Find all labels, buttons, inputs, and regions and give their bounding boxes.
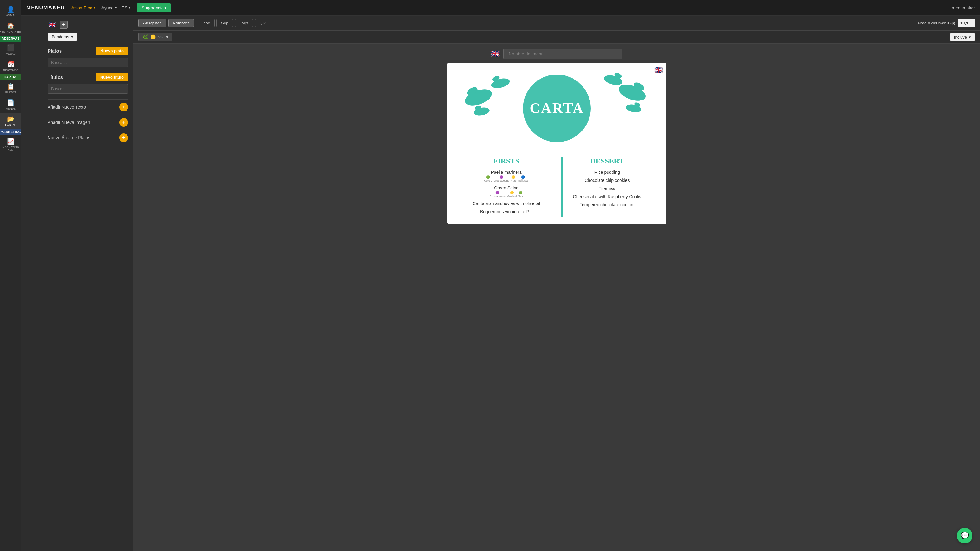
tab-sup[interactable]: Sup bbox=[216, 19, 233, 27]
app-logo: MENUMAKER bbox=[26, 5, 65, 11]
tab-qr[interactable]: QR bbox=[255, 19, 270, 27]
flag-row: 🇬🇧 + bbox=[48, 21, 128, 29]
sidebar-item-platos[interactable]: 📋 PLATOS bbox=[0, 80, 21, 97]
sidebar-item-mesas[interactable]: ⬛ MESAS bbox=[0, 41, 21, 58]
tab-alergenos[interactable]: Alérgenos bbox=[138, 19, 166, 27]
menu-item-tiramisu: Tiramisu bbox=[557, 186, 657, 191]
brand-name[interactable]: Asian Rico bbox=[72, 5, 92, 10]
salad-name: Green Salad bbox=[457, 185, 556, 191]
add-texto-button[interactable]: + bbox=[119, 103, 128, 111]
cartas-icon: 📂 bbox=[7, 115, 15, 123]
svg-point-9 bbox=[614, 72, 623, 79]
restaurantes-icon: 🏠 bbox=[7, 22, 15, 29]
menu-item-cookies: Chocolate chip cookies bbox=[557, 178, 657, 183]
incluye-button[interactable]: Incluye ▾ bbox=[950, 33, 975, 41]
svg-point-2 bbox=[490, 77, 511, 90]
salad-allergens: 🟣Crustaceans 🟡Mustard 🟢Soy bbox=[457, 191, 556, 198]
allergen-icon-1: 🌿 bbox=[143, 35, 148, 40]
carta-circle: CARTA bbox=[521, 72, 593, 144]
add-flag-button[interactable]: + bbox=[59, 21, 68, 29]
preview-flag-icon: 🇬🇧 bbox=[491, 50, 500, 58]
platos-search-input[interactable] bbox=[48, 57, 128, 67]
sidebar-item-admin[interactable]: 👤 ADMIN bbox=[0, 3, 21, 19]
menu-item-salad: Green Salad 🟣Crustaceans 🟡Mustard 🟢Soy bbox=[457, 185, 556, 198]
svg-point-8 bbox=[603, 73, 623, 87]
titulos-title: Títulos bbox=[48, 75, 63, 80]
firsts-title: FIRSTS bbox=[457, 157, 556, 165]
add-area-row[interactable]: Nuevo Área de Platos + bbox=[48, 130, 128, 145]
tab-tags[interactable]: Tags bbox=[235, 19, 253, 27]
anchovies-name: Cantabrian anchovies with olive oil bbox=[457, 201, 556, 206]
lang-dropdown-icon[interactable]: ▾ bbox=[129, 6, 130, 10]
sidebar-item-cartas[interactable]: 📂 CARTAS bbox=[0, 113, 21, 129]
add-texto-row[interactable]: Añadir Nuevo Texto + bbox=[48, 99, 128, 114]
titulos-search-input[interactable] bbox=[48, 84, 128, 94]
admin-icon: 👤 bbox=[7, 6, 15, 13]
menu-item-boquerones: Boquerones vinaigrette P... bbox=[457, 209, 556, 214]
titulos-section-header: Títulos Nuevo título bbox=[48, 73, 128, 81]
menu-card-header: CARTA bbox=[447, 63, 667, 154]
svg-point-4 bbox=[473, 106, 490, 116]
menu-content-grid: FIRSTS Paella marinera 🟢Celery 🟣Crustace… bbox=[447, 154, 667, 224]
ayuda-dropdown-icon[interactable]: ▾ bbox=[115, 6, 116, 10]
svg-point-10 bbox=[625, 103, 642, 113]
nav-lang[interactable]: ES bbox=[121, 5, 127, 10]
allergen-dropdown[interactable]: 🌿 🟡 〰️ ▾ bbox=[138, 33, 172, 41]
add-area-label: Nuevo Área de Platos bbox=[48, 135, 90, 140]
menu-name-input[interactable] bbox=[503, 49, 622, 59]
uk-flag-icon: 🇬🇧 bbox=[48, 22, 57, 28]
price-input[interactable] bbox=[958, 19, 975, 27]
banderas-button[interactable]: Banderas ▾ bbox=[48, 33, 77, 41]
price-row: Precio del menú ($) bbox=[918, 19, 975, 27]
svg-point-7 bbox=[632, 81, 645, 92]
banderas-dropdown-icon: ▾ bbox=[71, 35, 73, 39]
sidebar-section-cartas: CARTAS bbox=[0, 74, 21, 80]
left-panel: 🇬🇧 + Banderas ▾ Platos Nuevo plato Títul… bbox=[43, 16, 134, 551]
svg-point-6 bbox=[616, 81, 648, 104]
sidebar-item-menus[interactable]: 📄 MENÚS bbox=[0, 97, 21, 113]
chat-button[interactable]: 💬 bbox=[957, 528, 972, 543]
sugerencias-button[interactable]: Sugerencias bbox=[137, 3, 171, 12]
mesas-icon: ⬛ bbox=[7, 44, 15, 52]
menu-name-row: 🇬🇧 bbox=[491, 49, 622, 59]
add-texto-label: Añadir Nuevo Texto bbox=[48, 105, 86, 110]
menu-flag-top-right: 🇬🇧 bbox=[654, 66, 663, 74]
price-label: Precio del menú ($) bbox=[918, 21, 955, 25]
menu-card: 🇬🇧 bbox=[447, 63, 667, 224]
menu-item-rice: Rice pudding bbox=[557, 170, 657, 175]
add-imagen-row[interactable]: Añadir Nueva Imagen + bbox=[48, 114, 128, 130]
nav-ayuda[interactable]: Ayuda bbox=[102, 5, 114, 10]
add-imagen-button[interactable]: + bbox=[119, 118, 128, 127]
tab-desc[interactable]: Desc bbox=[196, 19, 215, 27]
nuevo-plato-button[interactable]: Nuevo plato bbox=[96, 47, 128, 55]
svg-point-1 bbox=[466, 86, 479, 97]
navbar: MENUMAKER Asian Rico ▾ Ayuda ▾ ES ▾ Suge… bbox=[21, 0, 980, 16]
svg-point-3 bbox=[492, 75, 500, 83]
platos-title: Platos bbox=[48, 48, 62, 54]
menu-item-coulant: Tempered chocolate coulant bbox=[557, 202, 657, 207]
sidebar-section-reservas: RESERVAS bbox=[0, 36, 21, 41]
sidebar: 👤 ADMIN 🏠 RESTAURANTES RESERVAS ⬛ MESAS … bbox=[0, 0, 21, 551]
cheesecake-name: Cheesecake with Raspberry Coulis bbox=[557, 194, 657, 199]
add-imagen-label: Añadir Nueva Imagen bbox=[48, 120, 90, 125]
firsts-column: FIRSTS Paella marinera 🟢Celery 🟣Crustace… bbox=[457, 157, 556, 217]
boquerones-name: Boquerones vinaigrette P... bbox=[457, 209, 556, 214]
nuevo-titulo-button[interactable]: Nuevo título bbox=[96, 73, 128, 81]
brand-dropdown-icon[interactable]: ▾ bbox=[94, 6, 95, 10]
user-label: menumaker bbox=[952, 5, 975, 10]
tab-nombres[interactable]: Nombres bbox=[168, 19, 194, 27]
sidebar-item-marketing[interactable]: 📈 MARKETINGBeta bbox=[0, 135, 21, 154]
toolbar-row: Alérgenos Nombres Desc Sup Tags QR Preci… bbox=[134, 16, 980, 31]
allergen-dropdown-icon: ▾ bbox=[166, 35, 168, 40]
incluye-dropdown-icon: ▾ bbox=[969, 35, 971, 40]
preview-area: 🇬🇧 🇬🇧 bbox=[134, 43, 980, 551]
sidebar-item-reservas[interactable]: 📅 RESERVAS bbox=[0, 58, 21, 74]
menu-item-cheesecake: Cheesecake with Raspberry Coulis bbox=[557, 194, 657, 199]
allergen-icon-3: 〰️ bbox=[158, 35, 164, 40]
add-area-button[interactable]: + bbox=[119, 133, 128, 142]
menu-item-anchovies: Cantabrian anchovies with olive oil bbox=[457, 201, 556, 206]
reservas-icon: 📅 bbox=[7, 60, 15, 68]
sidebar-item-restaurantes[interactable]: 🏠 RESTAURANTES bbox=[0, 19, 21, 36]
allergen-icon-2: 🟡 bbox=[150, 35, 156, 40]
menus-icon: 📄 bbox=[7, 99, 15, 106]
